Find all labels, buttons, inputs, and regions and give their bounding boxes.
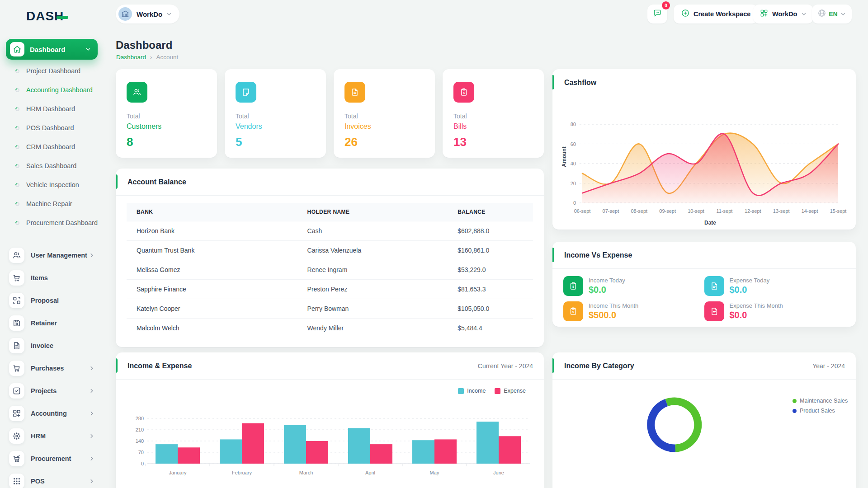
chevron-down-icon [166, 11, 172, 17]
bullet-icon [14, 87, 20, 93]
legend-label: Income [467, 388, 486, 394]
stat-card-prefix: Total [127, 113, 206, 120]
legend-item-income[interactable]: Income [458, 388, 486, 394]
sidebar-item-retainer[interactable]: Retainer [0, 312, 103, 334]
svg-text:08-sept: 08-sept [631, 208, 647, 214]
legend-label: Expense [504, 388, 526, 394]
sidebar-subitem-label: HRM Dashboard [26, 105, 75, 113]
sidebar-subitem-hrm-dashboard[interactable]: HRM Dashboard [0, 99, 103, 118]
legend-swatch [495, 388, 500, 394]
stat-card-value: 26 [344, 135, 424, 149]
stat-card-vendors[interactable]: TotalVendors5 [225, 69, 326, 158]
sidebar-subitem-project-dashboard[interactable]: Project Dashboard [0, 61, 103, 80]
sidebar-subitem-crm-dashboard[interactable]: CRM Dashboard [0, 137, 103, 156]
sidebar-item-accounting[interactable]: Accounting [0, 402, 103, 425]
breadcrumb-separator-icon: › [150, 54, 152, 61]
income-expense-legend: IncomeExpense [458, 388, 526, 394]
svg-text:0: 0 [141, 461, 144, 466]
clipboard-icon: $ [563, 276, 583, 296]
sidebar-subitem-label: Vehicle Inspection [26, 181, 79, 189]
clipboard-icon: $ [453, 82, 474, 103]
sidebar-item-label: Accounting [31, 410, 89, 417]
sidebar-item-dashboard[interactable]: Dashboard [6, 39, 98, 60]
legend-label: Product Sales [800, 408, 835, 414]
chevron-right-icon [89, 365, 95, 371]
stat-card-prefix: Total [453, 113, 533, 120]
stat-card-value: 8 [127, 135, 206, 149]
income-by-category-legend: Maintenance SalesProduct Sales [793, 398, 848, 418]
sidebar-item-hrm[interactable]: HRM [0, 425, 103, 447]
sidebar-item-user-management[interactable]: User Management [0, 244, 103, 267]
language-selector[interactable]: EN [812, 5, 852, 23]
svg-text:June: June [493, 470, 504, 475]
users-icon [9, 248, 24, 263]
stat-card-name: Bills [453, 122, 533, 131]
project-icon [9, 383, 24, 399]
table-cell: Melissa Gomez [127, 260, 297, 280]
sidebar-item-projects[interactable]: Projects [0, 380, 103, 402]
stat-card-customers[interactable]: TotalCustomers8 [116, 69, 217, 158]
cart-icon [9, 270, 24, 286]
chevron-right-icon [89, 410, 95, 417]
sidebar-subitem-label: Procurement Dashboard [26, 219, 98, 227]
retainer-icon [9, 315, 24, 331]
app-switcher-label: WorkDo [772, 10, 797, 18]
brand-logo[interactable]: DASH [26, 9, 68, 23]
sidebar-subitem-procurement-dashboard[interactable]: Procurement Dashboard [0, 213, 103, 232]
table-row: Horizon BankCash$602,888.0 [127, 221, 533, 241]
sidebar-item-items[interactable]: Items [0, 267, 103, 289]
app-switcher-button[interactable]: WorkDo [753, 5, 813, 23]
breadcrumb-dashboard-link[interactable]: Dashboard [116, 54, 146, 61]
income-by-category-panel: Income By Category Year - 2024 Maintenan… [552, 352, 856, 488]
legend-item-expense[interactable]: Expense [495, 388, 526, 394]
svg-text:April: April [365, 470, 375, 475]
sidebar-subitem-sales-dashboard[interactable]: Sales Dashboard [0, 156, 103, 175]
income-vs-expense-panel: Income Vs Expense $Income Today$0.0Expen… [552, 242, 856, 327]
sidebar-item-label: Proposal [31, 297, 95, 304]
cashflow-panel-header: Cashflow [552, 69, 856, 96]
ive-label: Expense Today [730, 277, 770, 284]
legend-item-product-sales[interactable]: Product Sales [793, 408, 848, 414]
sidebar-subitem-accounting-dashboard[interactable]: Accounting Dashboard [0, 80, 103, 99]
svg-text:11-sept: 11-sept [717, 208, 733, 214]
table-row: Quantum Trust BankCarissa Valenzuela$160… [127, 241, 533, 260]
svg-text:60: 60 [571, 141, 576, 147]
stat-card-bills[interactable]: $TotalBills13 [443, 69, 544, 158]
ive-item-income-today: $Income Today$0.0 [563, 276, 704, 296]
create-workspace-button[interactable]: Create Workspace [674, 5, 758, 23]
table-cell: Wendy Miller [297, 319, 448, 338]
sidebar-subitem-machine-repair[interactable]: Machine Repair [0, 194, 103, 213]
sidebar-subitem-vehicle-inspection[interactable]: Vehicle Inspection [0, 175, 103, 194]
procurement-icon [9, 451, 24, 466]
income-expense-period: Current Year - 2024 [478, 362, 533, 370]
sidebar-item-pos[interactable]: POS [0, 470, 103, 488]
income-by-category-chart [634, 385, 715, 466]
account-balance-table: BANKHOLDER NAMEBALANCE Horizon BankCash$… [127, 203, 533, 338]
ive-item-expense-this-month: Expense This Month$0.0 [704, 301, 845, 321]
chevron-right-icon [89, 433, 95, 439]
sidebar-item-purchases[interactable]: Purchases [0, 357, 103, 380]
ive-label: Expense This Month [730, 302, 783, 309]
legend-item-maintenance-sales[interactable]: Maintenance Sales [793, 398, 848, 404]
stat-card-prefix: Total [344, 113, 424, 120]
svg-text:$: $ [572, 310, 574, 314]
svg-text:210: 210 [136, 427, 144, 432]
messages-button[interactable]: 0 [647, 5, 667, 23]
table-cell: $5,484.4 [448, 319, 533, 338]
bullet-icon [14, 68, 20, 74]
stat-card-name: Invoices [344, 122, 424, 131]
sidebar-subitem-label: Machine Repair [26, 200, 72, 208]
table-cell: Malcolm Welch [127, 319, 297, 338]
breadcrumb: Dashboard › Account [116, 54, 178, 61]
table-cell: $81,653.3 [448, 280, 533, 299]
sidebar-item-procurement[interactable]: Procurement [0, 447, 103, 470]
sidebar-item-invoice[interactable]: Invoice [0, 334, 103, 357]
sidebar-subitem-pos-dashboard[interactable]: POS Dashboard [0, 118, 103, 137]
workspace-selector[interactable]: WorkDo [116, 5, 179, 23]
sidebar-item-proposal[interactable]: Proposal [0, 289, 103, 312]
stat-card-invoices[interactable]: TotalInvoices26 [334, 69, 435, 158]
sidebar-subitem-label: Project Dashboard [26, 67, 80, 75]
svg-text:07-sept: 07-sept [603, 208, 619, 214]
svg-text:13-sept: 13-sept [773, 208, 790, 214]
home-icon [10, 42, 24, 56]
